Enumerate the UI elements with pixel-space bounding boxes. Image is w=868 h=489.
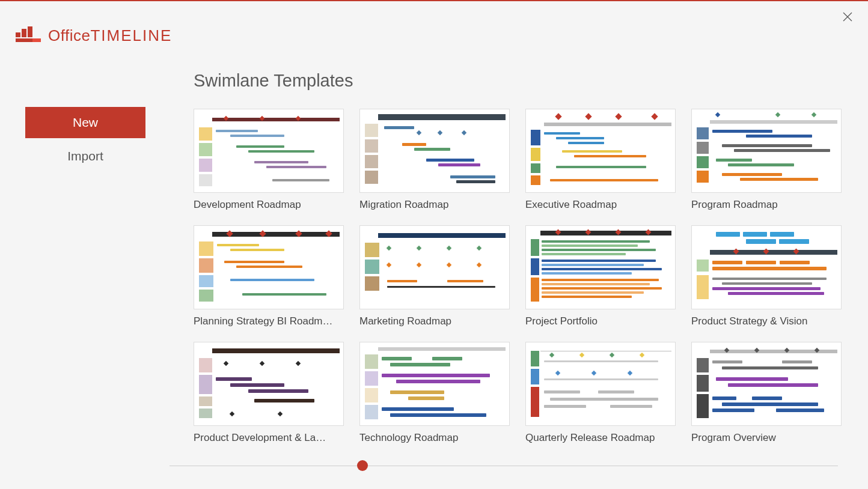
template-card-development-roadmap[interactable]: Development Roadmap	[194, 109, 344, 211]
logo-text: OfficeTIMELINE	[48, 28, 172, 43]
template-card-marketing-roadmap[interactable]: Marketing Roadmap	[359, 225, 510, 327]
scrollbar-thumb[interactable]	[357, 460, 368, 471]
close-icon	[843, 12, 852, 22]
sidebar-item-label: New	[73, 115, 98, 130]
logo-text-office: Office	[48, 26, 90, 44]
template-card-technology-roadmap[interactable]: Technology Roadmap	[359, 342, 510, 444]
template-label: Technology Roadmap	[359, 432, 510, 444]
template-thumbnail	[525, 342, 676, 426]
template-card-program-overview[interactable]: Program Overview	[691, 342, 842, 444]
logo-text-timeline: TIMELINE	[90, 26, 172, 44]
template-label: Development Roadmap	[194, 199, 344, 211]
template-label: Program Overview	[691, 432, 842, 444]
template-thumbnail	[194, 225, 344, 309]
template-thumbnail	[359, 342, 510, 426]
svg-rect-3	[22, 29, 26, 37]
template-card-product-development-launch[interactable]: Product Development & La…	[194, 342, 344, 444]
window-accent-bar	[0, 0, 868, 1]
sidebar: New Import	[25, 107, 145, 174]
svg-rect-2	[16, 32, 20, 37]
template-label: Marketing Roadmap	[359, 315, 510, 327]
sidebar-item-import[interactable]: Import	[25, 141, 145, 172]
svg-rect-6	[32, 38, 41, 42]
template-thumbnail	[691, 342, 842, 426]
logo-icon	[16, 25, 41, 43]
template-thumbnail	[359, 225, 510, 309]
template-thumbnail	[691, 109, 842, 193]
template-card-planning-strategy-bi[interactable]: Planning Strategy BI Roadm…	[194, 225, 344, 327]
template-card-migration-roadmap[interactable]: Migration Roadmap	[359, 109, 510, 211]
template-thumbnail	[194, 109, 344, 193]
sidebar-item-new[interactable]: New	[25, 107, 145, 138]
template-label: Executive Roadmap	[525, 199, 676, 211]
template-label: Project Portfolio	[525, 315, 676, 327]
template-label: Program Roadmap	[691, 199, 842, 211]
template-label: Planning Strategy BI Roadm…	[194, 315, 344, 327]
template-card-product-strategy-vision[interactable]: Product Strategy & Vision	[691, 225, 842, 327]
template-thumbnail	[525, 109, 676, 193]
template-card-program-roadmap[interactable]: Program Roadmap	[691, 109, 842, 211]
template-card-executive-roadmap[interactable]: Executive Roadmap	[525, 109, 676, 211]
template-thumbnail	[525, 225, 676, 309]
template-grid: Development Roadmap Migration	[194, 109, 850, 444]
template-card-quarterly-release-roadmap[interactable]: Quarterly Release Roadmap	[525, 342, 676, 444]
horizontal-scrollbar[interactable]	[170, 466, 838, 466]
template-thumbnail	[691, 225, 842, 309]
template-label: Product Strategy & Vision	[691, 315, 842, 327]
template-label: Product Development & La…	[194, 432, 344, 444]
sidebar-item-label: Import	[67, 149, 103, 163]
page-title: Swimlane Templates	[194, 71, 850, 91]
app-logo: OfficeTIMELINE	[16, 25, 172, 43]
template-thumbnail	[194, 342, 344, 426]
close-button[interactable]	[839, 8, 856, 25]
template-label: Quarterly Release Roadmap	[525, 432, 676, 444]
main-content: Swimlane Templates Development	[194, 71, 850, 444]
svg-rect-4	[28, 26, 32, 37]
template-label: Migration Roadmap	[359, 199, 510, 211]
template-thumbnail	[359, 109, 510, 193]
template-card-project-portfolio[interactable]: Project Portfolio	[525, 225, 676, 327]
